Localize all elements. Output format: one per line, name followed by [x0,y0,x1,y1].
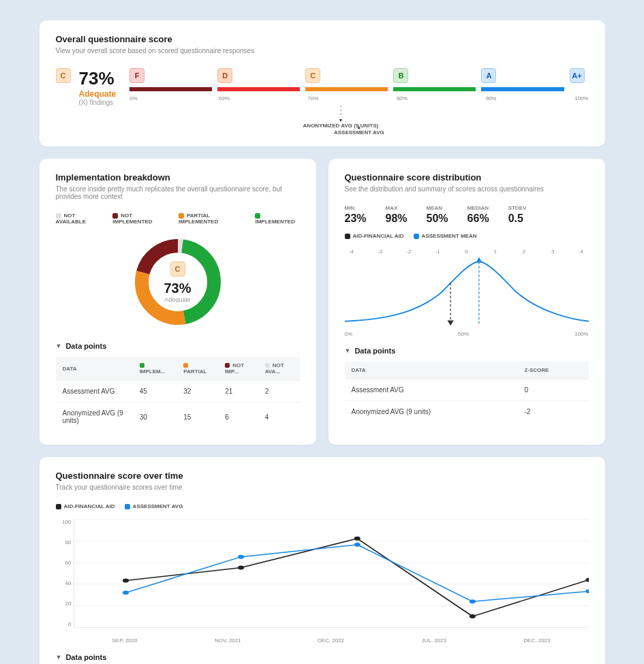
distribution-chart [345,257,589,326]
grade-scale: F D C B A A+ 0% 60% 70% 80% [129,68,588,133]
legend-aid: AID-FINANCIAL AID [56,503,115,509]
svg-point-10 [354,537,360,541]
tick-80: 80% [397,95,486,101]
grade-d-bar [217,87,300,91]
stat-median: 66% [467,212,489,225]
score-percent: 73% [79,68,117,89]
distribution-card: Questionnaire score distribution See the… [328,159,605,445]
stat-stdev: 0.5 [508,212,527,225]
stat-mean: 50% [427,212,448,225]
chevron-up-icon: ▲ [334,125,384,129]
dist-x-axis: -4 -3 -2 -1 0 1 2 3 4 [345,249,589,255]
legend-mean: ASSESSMENT MEAN [414,233,477,239]
svg-point-8 [122,578,128,582]
legend-avg: ASSESSMENT AVG [125,503,183,509]
dist-stats: MIN23% MAX98% MEAN50% MEDIAN66% STDEV0.5 [345,205,589,225]
tick-70: 70% [307,95,397,101]
svg-marker-7 [447,321,454,326]
th-implemented: IMPLEM... [133,357,177,381]
donut-percent: 73% [164,281,191,296]
th-not-implemented: NOT IMP... [218,357,258,381]
impl-title: Implementation breakdown [56,172,300,183]
legend-not-implemented: NOT IMPLEMENTED [112,212,169,225]
svg-point-12 [585,578,589,582]
table-row: Assessment AVG 45 32 21 2 [56,381,300,402]
dist-legend: AID-FINANCIAL AID ASSESSMENT MEAN [345,233,589,239]
chevron-down-icon: ▼ [56,654,62,661]
svg-marker-6 [476,257,482,263]
th-data: DATA [56,357,133,381]
tick-0: 0% [129,95,219,101]
implementation-card: Implementation breakdown The score insid… [40,159,316,445]
table-row: Assessment AVG0 [345,379,589,401]
legend-partial: PARTIAL IMPLEMENTED [179,212,245,225]
stat-min: 23% [345,212,367,225]
dist-table: DATA Z-SCORE Assessment AVG0 Anonymized … [345,362,589,422]
time-title: Questionnaire score over time [56,471,589,481]
donut-chart: C 73% Adequate [130,234,226,330]
chevron-down-icon: ▼ [345,347,351,354]
grade-badge: C [56,68,71,83]
th-partial: PARTIAL [177,357,218,381]
overall-subtitle: View your overall score based on scored … [56,47,589,54]
tick-100: 100% [574,95,588,101]
dist-bottom-axis: 0% 50% 100% [345,331,589,337]
svg-point-14 [238,555,244,559]
grade-c-badge: C [305,68,320,83]
chevron-down-icon: ▼ [56,343,62,349]
svg-point-16 [469,599,475,603]
x-axis: SEP, 2020 NOV, 2021 DEC, 2022 JUL, 2023 … [74,635,589,644]
grade-f-bar [129,87,212,91]
svg-point-9 [238,566,244,570]
grade-a-badge: A [481,68,496,83]
legend-aid: AID-FINANCIAL AID [345,233,404,239]
grade-d-badge: D [217,68,232,83]
svg-point-11 [469,614,475,618]
legend-not-available: NOT AVAILABLE [56,212,104,225]
y-axis: 100 80 60 40 20 0 [58,519,72,627]
grade-aplus-badge: A+ [570,68,585,83]
grade-f-badge: F [129,68,144,83]
table-row: Anonymized AVG (9 units) 30 15 6 4 [56,402,300,432]
grade-c-bar [305,87,388,91]
stat-max: 98% [386,212,408,225]
score-status: Adequate [79,89,117,99]
grade-b-badge: B [393,68,408,83]
score-findings: (X) findings [79,99,117,106]
time-subtitle: Track your questionnaire scores over tim… [56,484,589,491]
impl-datapoints-toggle[interactable]: ▼ Data points [56,342,300,350]
donut-grade-badge: C [170,262,185,276]
legend-implemented: IMPLEMENTED [255,212,299,225]
dist-title: Questionnaire score distribution [345,172,589,183]
svg-point-15 [354,543,360,547]
marker-assessment-avg: ▲ ASSESSMENT AVG [334,125,384,136]
tick-60: 60% [219,95,308,101]
impl-table: DATA IMPLEM... PARTIAL NOT IMP... NOT AV… [56,357,300,431]
grade-b-bar [393,87,476,91]
over-time-card: Questionnaire score over time Track your… [40,457,605,664]
overall-score-summary: C 73% Adequate (X) findings [56,68,117,106]
th-not-available: NOT AVA... [258,357,300,381]
table-row: Anonymized AVG (9 units)-2 [345,401,589,423]
overall-score-card: Overall questionnaire score View your ov… [40,20,605,146]
tick-90: 90% [485,95,574,101]
svg-point-13 [122,590,128,595]
overall-title: Overall questionnaire score [56,34,589,44]
time-datapoints-toggle[interactable]: ▼ Data points [56,653,589,661]
dist-subtitle: See the distribution and summary of scor… [345,185,589,193]
line-chart: 100 80 60 40 20 0 [74,519,589,628]
svg-point-17 [585,589,589,593]
donut-status: Adequate [164,296,191,303]
impl-subtitle: The score inside pretty much replicates … [56,185,300,200]
dist-datapoints-toggle[interactable]: ▼ Data points [345,347,589,355]
impl-legend: NOT AVAILABLE NOT IMPLEMENTED PARTIAL IM… [56,212,300,225]
grade-a-bar [481,87,564,91]
time-legend: AID-FINANCIAL AID ASSESSMENT AVG [56,503,589,509]
chevron-down-icon: ▼ [303,118,379,123]
